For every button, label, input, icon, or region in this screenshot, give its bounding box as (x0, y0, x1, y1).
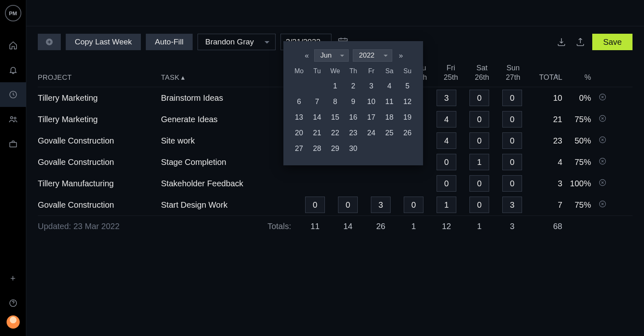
picker-day[interactable]: 2 (344, 78, 362, 94)
download-icon (557, 37, 566, 47)
hours-input[interactable]: 0 (338, 197, 358, 213)
hours-input[interactable]: 0 (469, 197, 489, 213)
hours-input[interactable]: 0 (469, 132, 489, 149)
picker-day[interactable]: 17 (362, 109, 380, 125)
nav-home[interactable] (0, 33, 26, 58)
picker-day[interactable]: 22 (326, 125, 344, 141)
cell-task: Stage Completion (161, 158, 299, 167)
picker-day[interactable]: 14 (308, 109, 326, 125)
nav-portfolio[interactable] (0, 132, 26, 156)
table-row: Tillery ManufacturingStakeholder Feedbac… (38, 173, 632, 194)
delete-row-button[interactable] (594, 93, 611, 103)
picker-day[interactable]: 8 (326, 94, 344, 109)
next-week-button[interactable]: › (550, 69, 563, 82)
hours-input[interactable]: 3 (437, 90, 456, 106)
grand-total: 68 (529, 222, 566, 231)
year-select[interactable]: 2022 (353, 49, 392, 62)
people-icon (9, 115, 18, 124)
export-button[interactable] (573, 35, 587, 49)
hours-input[interactable]: 0 (437, 154, 456, 170)
nav-add[interactable]: + (0, 266, 26, 291)
picker-day[interactable]: 10 (362, 94, 380, 109)
picker-day[interactable]: 7 (308, 94, 326, 109)
hours-input[interactable]: 4 (437, 111, 456, 127)
cell-percent: 100% (566, 179, 594, 188)
delete-row-button[interactable] (594, 136, 611, 146)
picker-day[interactable]: 1 (326, 78, 344, 94)
picker-day[interactable]: 5 (398, 78, 416, 94)
copy-last-week-button[interactable]: Copy Last Week (66, 34, 141, 50)
hours-input[interactable]: 1 (437, 197, 456, 213)
picker-day[interactable]: 23 (344, 125, 362, 141)
hours-input[interactable]: 0 (502, 90, 522, 106)
cell-project: Tillery Marketing (38, 115, 161, 124)
hours-input[interactable]: 1 (469, 154, 489, 170)
header-task[interactable]: TASK▴ (161, 73, 299, 82)
header-project[interactable]: PROJECT (38, 74, 161, 82)
picker-dow: Mo (290, 67, 308, 75)
hours-input[interactable]: 0 (469, 175, 489, 192)
picker-day[interactable]: 25 (380, 125, 398, 141)
delete-row-button[interactable] (594, 157, 611, 167)
picker-day[interactable]: 20 (290, 125, 308, 141)
save-button[interactable]: Save (592, 34, 632, 50)
sidebar: PM + (0, 0, 26, 336)
cell-project: Govalle Construction (38, 158, 161, 167)
picker-day[interactable]: 27 (290, 141, 308, 156)
picker-day[interactable]: 3 (362, 78, 380, 94)
nav-help[interactable] (0, 291, 26, 315)
cell-task: Brainstorm Ideas (161, 93, 299, 103)
picker-day[interactable]: 11 (380, 94, 398, 109)
month-select[interactable]: Jun (314, 49, 349, 62)
cell-total: 10 (529, 93, 566, 103)
picker-day[interactable]: 15 (326, 109, 344, 125)
add-row-button[interactable] (38, 34, 61, 50)
hours-input[interactable]: 0 (404, 197, 423, 213)
picker-day[interactable]: 29 (326, 141, 344, 156)
nav-timesheet[interactable] (0, 82, 26, 107)
hours-input[interactable]: 0 (502, 154, 522, 170)
sort-asc-icon: ▴ (181, 73, 185, 82)
date-picker: « Jun 2022 » MoTuWeThFrSaSu 123456789101… (283, 41, 423, 165)
picker-day[interactable]: 6 (290, 94, 308, 109)
picker-day[interactable]: 13 (290, 109, 308, 125)
picker-day[interactable]: 16 (344, 109, 362, 125)
hours-input[interactable]: 0 (469, 111, 489, 127)
hours-input[interactable]: 3 (502, 197, 522, 213)
nav-notifications[interactable] (0, 58, 26, 82)
picker-day[interactable]: 24 (362, 125, 380, 141)
import-button[interactable] (554, 35, 568, 49)
picker-day[interactable]: 9 (344, 94, 362, 109)
hours-input[interactable]: 0 (437, 175, 456, 192)
plus-circle-icon (45, 37, 54, 46)
hours-input[interactable]: 0 (305, 197, 325, 213)
briefcase-icon (9, 139, 18, 148)
auto-fill-button[interactable]: Auto-Fill (146, 34, 193, 50)
picker-next-button[interactable]: » (396, 51, 404, 60)
picker-prev-button[interactable]: « (302, 51, 310, 60)
delete-row-button[interactable] (594, 200, 611, 210)
hours-input[interactable]: 0 (502, 111, 522, 127)
hours-input[interactable]: 0 (502, 132, 522, 149)
picker-day[interactable]: 26 (398, 125, 416, 141)
cell-task: Start Design Work (161, 200, 299, 210)
user-select[interactable]: Brandon Gray (198, 34, 276, 50)
picker-day[interactable]: 19 (398, 109, 416, 125)
close-circle-icon (598, 200, 607, 208)
picker-day[interactable]: 12 (398, 94, 416, 109)
picker-day[interactable]: 18 (380, 109, 398, 125)
avatar[interactable] (7, 315, 20, 329)
picker-day (290, 78, 308, 94)
picker-day[interactable]: 30 (344, 141, 362, 156)
hours-input[interactable]: 0 (502, 175, 522, 192)
hours-input[interactable]: 0 (469, 90, 489, 106)
picker-day[interactable]: 28 (308, 141, 326, 156)
table-row: Govalle ConstructionStart Design Work003… (38, 194, 632, 216)
picker-day[interactable]: 4 (380, 78, 398, 94)
delete-row-button[interactable] (594, 114, 611, 125)
nav-team[interactable] (0, 107, 26, 132)
hours-input[interactable]: 4 (437, 132, 456, 149)
picker-day[interactable]: 21 (308, 125, 326, 141)
delete-row-button[interactable] (594, 178, 611, 189)
hours-input[interactable]: 3 (371, 197, 391, 213)
